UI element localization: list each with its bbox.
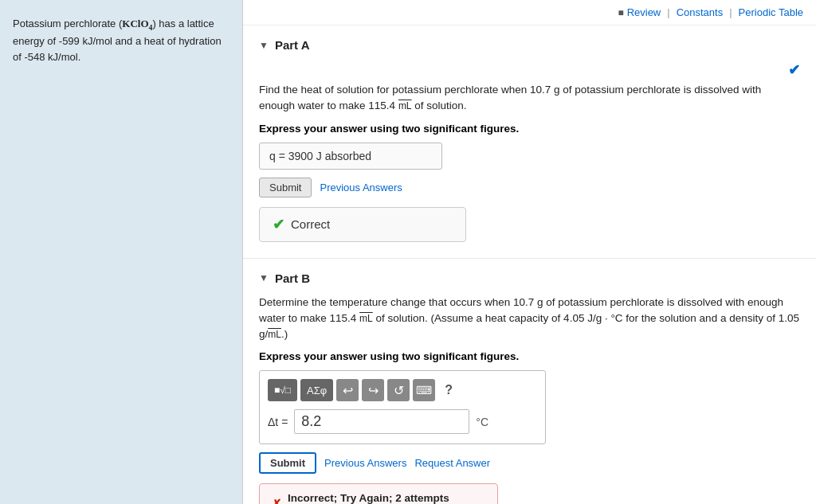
part-a-checkmark-area: ✔ bbox=[259, 61, 800, 79]
constants-link[interactable]: Constants bbox=[677, 6, 724, 18]
part-a-blue-checkmark: ✔ bbox=[788, 61, 800, 79]
part-b-section: ▼ Part B Determine the temperature chang… bbox=[243, 259, 816, 505]
help-button[interactable]: ? bbox=[438, 379, 459, 401]
incorrect-box: ✗ Incorrect; Try Again; 2 attempts remai… bbox=[259, 483, 498, 504]
math-editor: ■√□ ΑΣφ ↩ ↪ ↺ ⌨ ? Δt = °C bbox=[259, 370, 546, 444]
incorrect-header: ✗ Incorrect; Try Again; 2 attempts remai… bbox=[271, 492, 486, 504]
keyboard-button[interactable]: ⌨ bbox=[413, 379, 435, 401]
delta-t-input[interactable] bbox=[294, 409, 469, 434]
part-a-section: ▼ Part A ✔ Find the heat of solution for… bbox=[243, 25, 816, 259]
sidebar-text: Potassium perchlorate (KClO4) has a latt… bbox=[13, 16, 230, 64]
part-a-buttons-row: Submit Previous Answers bbox=[259, 178, 800, 197]
sep1: | bbox=[667, 6, 669, 18]
reload-button[interactable]: ↺ bbox=[387, 379, 410, 401]
delta-label: Δt = bbox=[268, 416, 288, 428]
part-b-buttons-row: Submit Previous Answers Request Answer bbox=[259, 452, 800, 474]
part-b-request-answer-link[interactable]: Request Answer bbox=[414, 457, 490, 469]
part-b-question: Determine the temperature change that oc… bbox=[259, 295, 800, 343]
nav-icon: ■ bbox=[618, 7, 623, 18]
correct-label: Correct bbox=[291, 217, 330, 231]
main-content: ■ Review | Constants | Periodic Table ▼ … bbox=[243, 0, 816, 504]
part-a-title: Part A bbox=[275, 38, 310, 52]
review-link[interactable]: Review bbox=[627, 6, 661, 18]
part-b-title: Part B bbox=[275, 272, 310, 285]
part-a-submit-button[interactable]: Submit bbox=[259, 178, 312, 197]
incorrect-title: Incorrect; Try Again; 2 attempts remaini… bbox=[288, 492, 486, 504]
part-a-collapse-arrow[interactable]: ▼ bbox=[259, 40, 269, 51]
part-b-express-label: Express your answer using two significan… bbox=[259, 350, 800, 362]
unit-label: °C bbox=[476, 416, 488, 428]
periodic-table-link[interactable]: Periodic Table bbox=[739, 6, 803, 18]
delta-input-row: Δt = °C bbox=[268, 409, 537, 434]
correct-checkmark-icon: ✔ bbox=[273, 216, 284, 233]
sidebar: Potassium perchlorate (KClO4) has a latt… bbox=[0, 0, 243, 504]
part-a-answer-value: q = 3900 J absorbed bbox=[269, 150, 371, 162]
part-a-express-label: Express your answer using two significan… bbox=[259, 123, 800, 135]
part-a-header: ▼ Part A bbox=[259, 38, 800, 52]
redo-button[interactable]: ↪ bbox=[362, 379, 384, 401]
part-b-header: ▼ Part B bbox=[259, 272, 800, 285]
math-toolbar: ■√□ ΑΣφ ↩ ↪ ↺ ⌨ ? bbox=[268, 379, 537, 401]
part-b-previous-answers-link[interactable]: Previous Answers bbox=[324, 457, 406, 469]
top-nav: ■ Review | Constants | Periodic Table bbox=[243, 0, 816, 25]
part-a-answer-box: q = 3900 J absorbed bbox=[259, 143, 442, 170]
correct-box: ✔ Correct bbox=[259, 207, 466, 242]
part-a-previous-answers-link[interactable]: Previous Answers bbox=[320, 182, 402, 193]
part-a-question: Find the heat of solution for potassium … bbox=[259, 82, 800, 115]
undo-button[interactable]: ↩ bbox=[336, 379, 359, 401]
formula: KClO4 bbox=[122, 18, 152, 29]
part-b-collapse-arrow[interactable]: ▼ bbox=[259, 272, 269, 283]
sep2: | bbox=[729, 6, 732, 18]
red-x-icon: ✗ bbox=[271, 497, 281, 504]
template-button[interactable]: ■√□ bbox=[268, 379, 297, 401]
greek-button[interactable]: ΑΣφ bbox=[300, 379, 333, 401]
part-b-submit-button[interactable]: Submit bbox=[259, 452, 316, 474]
